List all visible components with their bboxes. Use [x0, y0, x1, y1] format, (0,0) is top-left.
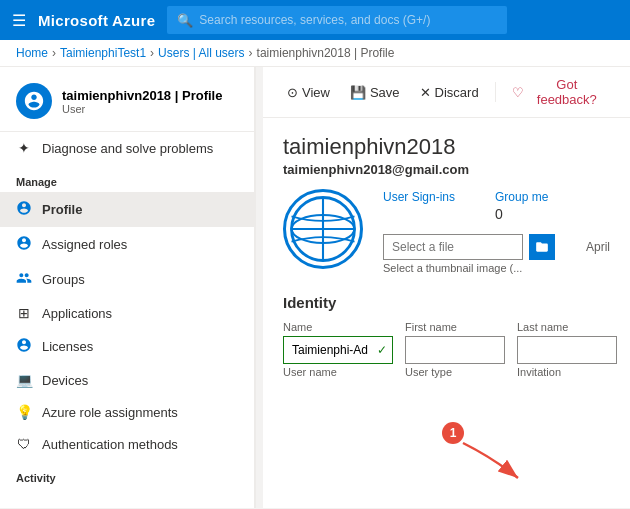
- sidebar-item-licenses[interactable]: Licenses: [0, 329, 254, 364]
- sidebar-item-devices[interactable]: 💻 Devices: [0, 364, 254, 396]
- breadcrumb-users[interactable]: Users | All users: [158, 46, 244, 60]
- group-stat: Group me 0: [495, 189, 548, 222]
- identity-fields: Name ✓ User name First name User type: [283, 321, 610, 381]
- stat-row: User Sign-ins Group me 0: [383, 189, 610, 222]
- svg-point-5: [442, 422, 464, 444]
- svg-text:1: 1: [450, 426, 457, 440]
- global-search-bar[interactable]: 🔍: [167, 6, 507, 34]
- april-label: April: [586, 240, 610, 254]
- assigned-roles-icon: [16, 235, 32, 254]
- sidebar-item-groups[interactable]: Groups: [0, 262, 254, 297]
- breadcrumb-home[interactable]: Home: [16, 46, 48, 60]
- sidebar-item-applications[interactable]: ⊞ Applications: [0, 297, 254, 329]
- licenses-label: Licenses: [42, 339, 93, 354]
- group-count: 0: [495, 206, 548, 222]
- save-label: Save: [370, 85, 400, 100]
- discard-label: Discard: [435, 85, 479, 100]
- first-name-label: First name: [405, 321, 505, 333]
- breadcrumb-sep-2: ›: [150, 46, 154, 60]
- sidebar-item-assigned-roles[interactable]: Assigned roles: [0, 227, 254, 262]
- profile-globe-icon: [283, 189, 363, 269]
- user-sign-ins-link[interactable]: User Sign-ins: [383, 190, 455, 204]
- view-label: View: [302, 85, 330, 100]
- sidebar-profile-info: taimienphivn2018 | Profile User: [62, 88, 222, 115]
- user-type-sub-label: User type: [405, 366, 505, 378]
- applications-label: Applications: [42, 306, 112, 321]
- profile-stats: User Sign-ins Group me 0: [383, 189, 610, 274]
- last-name-field-group: Last name Invitation: [517, 321, 617, 381]
- name-label: Name: [283, 321, 393, 333]
- view-icon: ⊙: [287, 85, 298, 100]
- applications-icon: ⊞: [16, 305, 32, 321]
- sidebar-item-auth-methods[interactable]: 🛡 Authentication methods: [0, 428, 254, 460]
- sidebar-activity-section: Activity: [0, 460, 254, 488]
- file-browse-button[interactable]: [529, 234, 555, 260]
- group-me-label: Group me: [495, 190, 548, 204]
- profile-avatar-area: [283, 189, 363, 269]
- check-mark-icon: ✓: [377, 343, 387, 357]
- devices-icon: 💻: [16, 372, 32, 388]
- diagnose-icon: ✦: [16, 140, 32, 156]
- last-name-label: Last name: [517, 321, 617, 333]
- name-field-group: Name ✓ User name: [283, 321, 393, 381]
- feedback-icon: ♡: [512, 85, 524, 100]
- main-layout: taimienphivn2018 | Profile User ✦ Diagno…: [0, 67, 630, 508]
- top-navigation: ☰ Microsoft Azure 🔍: [0, 0, 630, 40]
- sidebar-item-profile[interactable]: Profile: [0, 192, 254, 227]
- feedback-label: Got feedback?: [528, 77, 606, 107]
- auth-methods-label: Authentication methods: [42, 437, 178, 452]
- diagnose-label: Diagnose and solve problems: [42, 141, 213, 156]
- discard-icon: ✕: [420, 85, 431, 100]
- breadcrumb-test1[interactable]: TaimienphiTest1: [60, 46, 146, 60]
- profile-top-row: User Sign-ins Group me 0: [283, 189, 610, 274]
- breadcrumb: Home › TaimienphiTest1 › Users | All use…: [0, 40, 630, 67]
- profile-content: taimienphivn2018 taimienphivn2018@gmail.…: [263, 118, 630, 397]
- content-area: ⊙ View 💾 Save ✕ Discard ♡ Got feedback? …: [263, 67, 630, 508]
- hamburger-menu-icon[interactable]: ☰: [12, 11, 26, 30]
- sidebar-role: User: [62, 103, 222, 115]
- breadcrumb-current: taimienphivn2018 | Profile: [257, 46, 395, 60]
- identity-section: Identity Name ✓ User name First name: [283, 294, 610, 381]
- save-button[interactable]: 💾 Save: [342, 81, 408, 104]
- discard-button[interactable]: ✕ Discard: [412, 81, 487, 104]
- sidebar-manage-section: Manage: [0, 164, 254, 192]
- toolbar: ⊙ View 💾 Save ✕ Discard ♡ Got feedback?: [263, 67, 630, 118]
- feedback-button[interactable]: ♡ Got feedback?: [504, 73, 614, 111]
- search-input[interactable]: [199, 13, 497, 27]
- save-icon: 💾: [350, 85, 366, 100]
- devices-label: Devices: [42, 373, 88, 388]
- file-select-row: April: [383, 234, 610, 260]
- username-sub-label: User name: [283, 366, 393, 378]
- azure-logo: Microsoft Azure: [38, 12, 155, 29]
- first-name-field-group: First name User type: [405, 321, 505, 381]
- identity-title: Identity: [283, 294, 610, 311]
- view-button[interactable]: ⊙ View: [279, 81, 338, 104]
- last-name-input[interactable]: [517, 336, 617, 364]
- toolbar-separator: [495, 82, 496, 102]
- sidebar-item-diagnose[interactable]: ✦ Diagnose and solve problems: [0, 132, 254, 164]
- profile-icon: [16, 200, 32, 219]
- groups-label: Groups: [42, 272, 85, 287]
- assigned-roles-label: Assigned roles: [42, 237, 127, 252]
- profile-item-label: Profile: [42, 202, 82, 217]
- licenses-icon: [16, 337, 32, 356]
- groups-icon: [16, 270, 32, 289]
- sidebar-item-azure-roles[interactable]: 💡 Azure role assignments: [0, 396, 254, 428]
- azure-roles-icon: 💡: [16, 404, 32, 420]
- sidebar-profile-header: taimienphivn2018 | Profile User: [0, 67, 254, 132]
- sidebar-username: taimienphivn2018 | Profile: [62, 88, 222, 103]
- search-icon: 🔍: [177, 13, 193, 28]
- profile-email: taimienphivn2018@gmail.com: [283, 162, 610, 177]
- sidebar: taimienphivn2018 | Profile User ✦ Diagno…: [0, 67, 255, 508]
- resize-handle[interactable]: [255, 67, 263, 508]
- breadcrumb-sep-1: ›: [52, 46, 56, 60]
- breadcrumb-sep-3: ›: [249, 46, 253, 60]
- file-select-input[interactable]: [383, 234, 523, 260]
- sign-ins-stat: User Sign-ins: [383, 189, 455, 222]
- profile-username: taimienphivn2018: [283, 134, 610, 160]
- azure-roles-label: Azure role assignments: [42, 405, 178, 420]
- invitation-sub-label: Invitation: [517, 366, 617, 378]
- first-name-input[interactable]: [405, 336, 505, 364]
- file-hint: Select a thumbnail image (...: [383, 262, 610, 274]
- annotation-1-arrow: 1: [433, 418, 553, 498]
